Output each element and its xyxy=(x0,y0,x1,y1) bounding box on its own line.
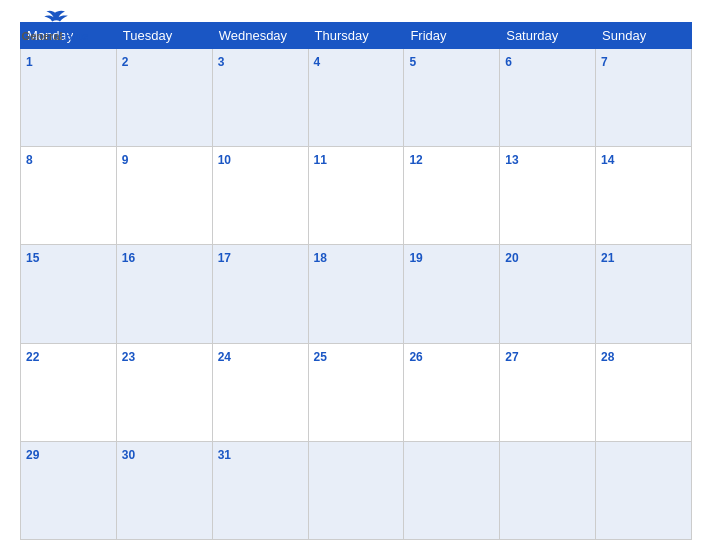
calendar-day-cell: 10 xyxy=(212,147,308,245)
day-number: 4 xyxy=(314,55,321,69)
weekday-header-wednesday: Wednesday xyxy=(212,23,308,49)
day-number: 12 xyxy=(409,153,422,167)
calendar-day-cell: 15 xyxy=(21,245,117,343)
day-number: 30 xyxy=(122,448,135,462)
day-number: 19 xyxy=(409,251,422,265)
calendar-day-cell: 4 xyxy=(308,49,404,147)
day-number: 23 xyxy=(122,350,135,364)
day-number: 7 xyxy=(601,55,608,69)
day-number: 18 xyxy=(314,251,327,265)
weekday-header-sunday: Sunday xyxy=(596,23,692,49)
calendar-day-cell: 20 xyxy=(500,245,596,343)
calendar-day-cell: 7 xyxy=(596,49,692,147)
weekday-header-row: MondayTuesdayWednesdayThursdayFridaySatu… xyxy=(21,23,692,49)
day-number: 5 xyxy=(409,55,416,69)
calendar-day-cell xyxy=(596,441,692,539)
day-number: 1 xyxy=(26,55,33,69)
day-number: 15 xyxy=(26,251,39,265)
day-number: 6 xyxy=(505,55,512,69)
calendar-day-cell: 26 xyxy=(404,343,500,441)
day-number: 20 xyxy=(505,251,518,265)
day-number: 13 xyxy=(505,153,518,167)
calendar-day-cell xyxy=(308,441,404,539)
day-number: 24 xyxy=(218,350,231,364)
calendar-table: MondayTuesdayWednesdayThursdayFridaySatu… xyxy=(20,22,692,540)
calendar-day-cell: 31 xyxy=(212,441,308,539)
logo: General Blue xyxy=(20,10,90,42)
day-number: 16 xyxy=(122,251,135,265)
calendar-day-cell: 29 xyxy=(21,441,117,539)
calendar-day-cell: 11 xyxy=(308,147,404,245)
day-number: 31 xyxy=(218,448,231,462)
calendar-day-cell xyxy=(500,441,596,539)
day-number: 25 xyxy=(314,350,327,364)
day-number: 22 xyxy=(26,350,39,364)
day-number: 9 xyxy=(122,153,129,167)
calendar-day-cell: 12 xyxy=(404,147,500,245)
day-number: 28 xyxy=(601,350,614,364)
calendar-day-cell: 1 xyxy=(21,49,117,147)
calendar-day-cell: 6 xyxy=(500,49,596,147)
calendar-day-cell: 8 xyxy=(21,147,117,245)
calendar-week-row: 15161718192021 xyxy=(21,245,692,343)
calendar-day-cell: 22 xyxy=(21,343,117,441)
day-number: 11 xyxy=(314,153,327,167)
calendar-week-row: 1234567 xyxy=(21,49,692,147)
day-number: 21 xyxy=(601,251,614,265)
calendar-day-cell: 24 xyxy=(212,343,308,441)
weekday-header-tuesday: Tuesday xyxy=(116,23,212,49)
logo-bird-icon xyxy=(40,10,70,30)
day-number: 27 xyxy=(505,350,518,364)
calendar-week-row: 22232425262728 xyxy=(21,343,692,441)
calendar-day-cell: 21 xyxy=(596,245,692,343)
day-number: 2 xyxy=(122,55,129,69)
calendar-day-cell: 23 xyxy=(116,343,212,441)
weekday-header-thursday: Thursday xyxy=(308,23,404,49)
calendar-header: General Blue xyxy=(20,10,692,16)
calendar-day-cell: 19 xyxy=(404,245,500,343)
day-number: 8 xyxy=(26,153,33,167)
logo-blue-text: Blue xyxy=(65,30,89,42)
calendar-day-cell: 17 xyxy=(212,245,308,343)
day-number: 14 xyxy=(601,153,614,167)
calendar-day-cell: 28 xyxy=(596,343,692,441)
calendar-day-cell: 3 xyxy=(212,49,308,147)
calendar-day-cell xyxy=(404,441,500,539)
calendar-week-row: 891011121314 xyxy=(21,147,692,245)
day-number: 17 xyxy=(218,251,231,265)
calendar-day-cell: 13 xyxy=(500,147,596,245)
day-number: 10 xyxy=(218,153,231,167)
calendar-day-cell: 5 xyxy=(404,49,500,147)
calendar-day-cell: 16 xyxy=(116,245,212,343)
calendar-day-cell: 18 xyxy=(308,245,404,343)
day-number: 26 xyxy=(409,350,422,364)
weekday-header-friday: Friday xyxy=(404,23,500,49)
calendar-day-cell: 14 xyxy=(596,147,692,245)
calendar-day-cell: 27 xyxy=(500,343,596,441)
day-number: 29 xyxy=(26,448,39,462)
calendar-day-cell: 25 xyxy=(308,343,404,441)
calendar-week-row: 293031 xyxy=(21,441,692,539)
calendar-day-cell: 9 xyxy=(116,147,212,245)
logo-general-text: General xyxy=(22,30,63,42)
day-number: 3 xyxy=(218,55,225,69)
calendar-day-cell: 30 xyxy=(116,441,212,539)
weekday-header-saturday: Saturday xyxy=(500,23,596,49)
calendar-day-cell: 2 xyxy=(116,49,212,147)
